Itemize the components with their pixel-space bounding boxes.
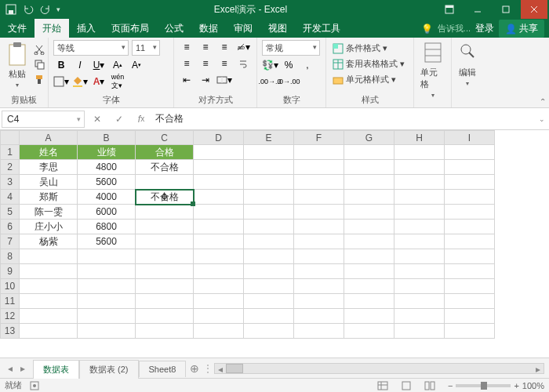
- align-left-icon[interactable]: ≡: [179, 56, 195, 71]
- cell-F5[interactable]: [294, 205, 344, 220]
- cell-I9[interactable]: [445, 264, 495, 279]
- align-middle-icon[interactable]: ≡: [198, 40, 213, 54]
- cell-C1[interactable]: 合格: [136, 145, 194, 160]
- cell-D5[interactable]: [194, 205, 244, 220]
- accounting-format-icon[interactable]: 💱▾: [262, 58, 278, 72]
- decrease-font-icon[interactable]: A▾: [129, 58, 144, 72]
- cut-icon[interactable]: [33, 43, 45, 56]
- cell-I8[interactable]: [445, 249, 495, 264]
- increase-indent-icon[interactable]: ⇥: [198, 73, 213, 87]
- sheet-tab-2[interactable]: 数据表 (2): [79, 360, 139, 379]
- redo-icon[interactable]: [39, 3, 52, 16]
- maximize-icon[interactable]: [493, 0, 519, 19]
- zoom-level[interactable]: 100%: [522, 381, 544, 390]
- row-header-9[interactable]: 9: [1, 264, 20, 279]
- row-header-4[interactable]: 4: [1, 190, 20, 205]
- cell-B4[interactable]: 4000: [78, 190, 136, 205]
- row-header-13[interactable]: 13: [1, 324, 20, 339]
- cell-E3[interactable]: [244, 175, 294, 190]
- cell-A5[interactable]: 陈一雯: [20, 205, 78, 220]
- cell-I10[interactable]: [445, 279, 495, 294]
- formula-bar[interactable]: [152, 111, 535, 128]
- spreadsheet-grid[interactable]: ABCDEFGHI1姓名业绩合格2李思4800不合格3吴山56004郑斯4000…: [0, 130, 549, 358]
- cell-C5[interactable]: [136, 205, 194, 220]
- align-right-icon[interactable]: ≡: [216, 56, 232, 71]
- orientation-icon[interactable]: ab▾: [235, 40, 251, 54]
- editing-button[interactable]: 编辑 ▾: [456, 40, 478, 89]
- conditional-format-button[interactable]: 条件格式▾: [331, 42, 389, 55]
- cell-G6[interactable]: [344, 220, 394, 234]
- cell-F12[interactable]: [294, 309, 344, 324]
- sheet-nav-last-icon[interactable]: ▸: [17, 363, 28, 374]
- cell-H1[interactable]: [394, 145, 445, 160]
- sheet-nav-first-icon[interactable]: ◂: [5, 363, 16, 374]
- cell-C11[interactable]: [136, 294, 194, 309]
- col-header-E[interactable]: E: [244, 131, 294, 145]
- cell-G3[interactable]: [344, 175, 394, 190]
- tab-developer[interactable]: 开发工具: [295, 19, 348, 38]
- tab-formulas[interactable]: 公式: [157, 19, 191, 38]
- cell-E2[interactable]: [244, 160, 294, 175]
- phonetic-icon[interactable]: wén文▾: [110, 74, 125, 89]
- cell-D7[interactable]: [194, 234, 244, 249]
- scrollbar-thumb[interactable]: [226, 364, 243, 373]
- col-header-A[interactable]: A: [20, 131, 78, 145]
- cell-I7[interactable]: [445, 234, 495, 249]
- tab-insert[interactable]: 插入: [69, 19, 104, 38]
- row-header-7[interactable]: 7: [1, 234, 20, 249]
- cell-E1[interactable]: [244, 145, 294, 160]
- cell-A11[interactable]: [20, 294, 78, 309]
- cell-I4[interactable]: [445, 190, 495, 205]
- cell-D6[interactable]: [194, 220, 244, 234]
- cell-A7[interactable]: 杨紫: [20, 234, 78, 249]
- cell-G11[interactable]: [344, 294, 394, 309]
- zoom-out-icon[interactable]: −: [448, 381, 453, 390]
- page-break-view-icon[interactable]: [424, 381, 440, 390]
- border-icon[interactable]: ▾: [53, 74, 69, 89]
- fx-icon[interactable]: fx: [130, 111, 152, 128]
- row-header-2[interactable]: 2: [1, 160, 20, 175]
- underline-icon[interactable]: U▾: [91, 58, 107, 72]
- cell-F4[interactable]: [294, 190, 344, 205]
- cell-H4[interactable]: [394, 190, 445, 205]
- tell-me[interactable]: 告诉我...: [438, 23, 471, 34]
- cell-I5[interactable]: [445, 205, 495, 220]
- cell-C8[interactable]: [136, 249, 194, 264]
- percent-icon[interactable]: %: [281, 58, 296, 72]
- cell-styles-button[interactable]: 单元格样式▾: [331, 73, 398, 86]
- save-icon[interactable]: [5, 3, 17, 16]
- row-header-10[interactable]: 10: [1, 279, 20, 294]
- cell-A12[interactable]: [20, 309, 78, 324]
- cell-D10[interactable]: [194, 279, 244, 294]
- cell-I1[interactable]: [445, 145, 495, 160]
- cell-F10[interactable]: [294, 279, 344, 294]
- cell-G12[interactable]: [344, 309, 394, 324]
- cell-D11[interactable]: [194, 294, 244, 309]
- cell-D12[interactable]: [194, 309, 244, 324]
- cell-I2[interactable]: [445, 160, 495, 175]
- cell-G2[interactable]: [344, 160, 394, 175]
- cell-C10[interactable]: [136, 279, 194, 294]
- cell-C6[interactable]: [136, 220, 194, 234]
- cell-B3[interactable]: 5600: [78, 175, 136, 190]
- name-box[interactable]: C4: [2, 111, 85, 128]
- cell-D3[interactable]: [194, 175, 244, 190]
- bold-icon[interactable]: B: [53, 58, 69, 72]
- cell-F7[interactable]: [294, 234, 344, 249]
- cell-E11[interactable]: [244, 294, 294, 309]
- cell-D1[interactable]: [194, 145, 244, 160]
- cell-F8[interactable]: [294, 249, 344, 264]
- tab-file[interactable]: 文件: [0, 19, 35, 38]
- cell-F1[interactable]: [294, 145, 344, 160]
- cell-C2[interactable]: 不合格: [136, 160, 194, 175]
- cell-H9[interactable]: [394, 264, 445, 279]
- tab-review[interactable]: 审阅: [226, 19, 260, 38]
- zoom-slider[interactable]: [456, 384, 511, 387]
- qat-dropdown-icon[interactable]: ▾: [56, 5, 60, 13]
- undo-icon[interactable]: [22, 3, 35, 16]
- tab-data[interactable]: 数据: [191, 19, 226, 38]
- cell-F13[interactable]: [294, 324, 344, 339]
- cell-G10[interactable]: [344, 279, 394, 294]
- cell-F2[interactable]: [294, 160, 344, 175]
- italic-icon[interactable]: I: [72, 58, 88, 72]
